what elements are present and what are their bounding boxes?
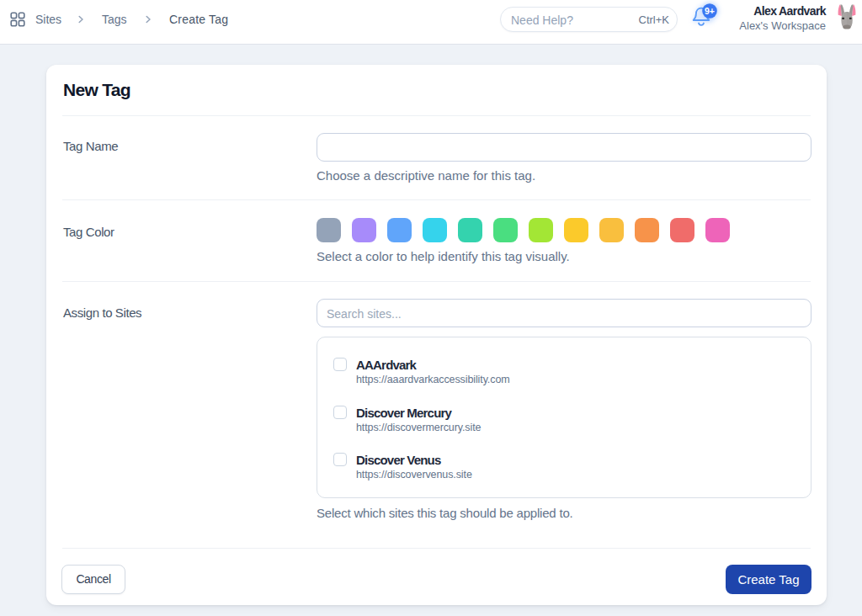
svg-text:9+: 9+ — [705, 6, 715, 16]
